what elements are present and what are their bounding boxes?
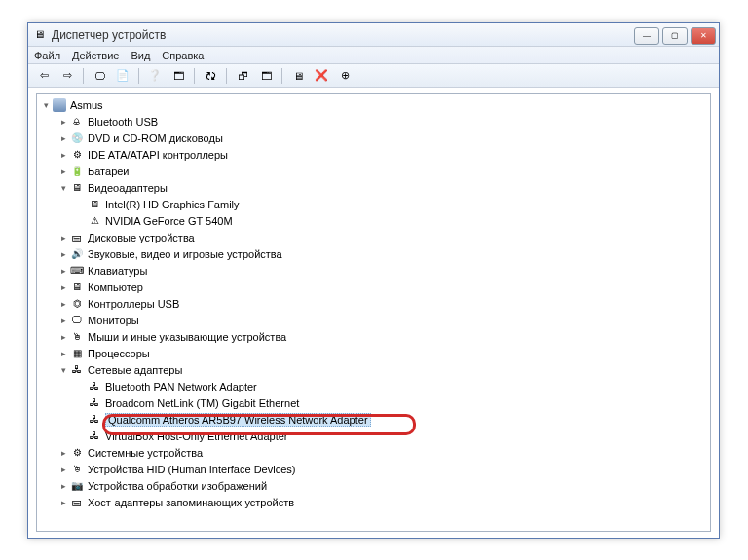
tree-category[interactable]: ▸🔊Звуковые, видео и игровые устройства	[37, 245, 710, 262]
expand-arrow-icon[interactable]: ▸	[58, 465, 68, 474]
window-controls: — ▢ ✕	[634, 25, 719, 45]
tree-device[interactable]: 🖥Intel(R) HD Graphics Family	[37, 196, 710, 212]
tree-category[interactable]: ▸⏣Контроллеры USB	[37, 295, 710, 312]
toolbar-separator	[83, 68, 84, 84]
tree-category[interactable]: ▾🖧Сетевые адаптеры	[37, 361, 710, 378]
hdd-icon: 🖴	[70, 231, 84, 244]
toolbar-button[interactable]: ❌	[312, 67, 331, 85]
collapse-arrow-icon[interactable]: ▾	[58, 365, 68, 375]
tree-device[interactable]: 🖧Qualcomm Atheros AR5B97 Wireless Networ…	[37, 411, 710, 428]
tree-category[interactable]: ▸💿DVD и CD-ROM дисководы	[37, 130, 710, 146]
tree-category[interactable]: ▸🖵Мониторы	[37, 312, 710, 328]
tree-root[interactable]: ▾Asmus	[37, 96, 710, 113]
mon-icon: 🖵	[70, 314, 84, 327]
sys-icon: ⚙	[70, 446, 84, 460]
collapse-arrow-icon[interactable]: ▾	[58, 183, 68, 193]
tree-category[interactable]: ▸🖴Дисковые устройства	[37, 229, 710, 245]
toolbar-button[interactable]: ⊕	[335, 67, 355, 85]
toolbar-button[interactable]: 🖥	[288, 67, 308, 85]
tree-node-label: Видеоадаптеры	[88, 182, 168, 194]
tree-category[interactable]: ▸🖱Мыши и иные указывающие устройства	[37, 328, 710, 345]
tree-node-label: VirtualBox Host-Only Ethernet Adapter	[105, 430, 288, 442]
tree-category[interactable]: ▸🔋Батареи	[37, 163, 710, 179]
computer-icon	[53, 98, 66, 112]
tree-node-label: Сетевые адаптеры	[88, 364, 182, 376]
toolbar-button[interactable]: ⇦	[34, 67, 54, 85]
net-icon: 🖧	[70, 363, 84, 377]
menu-file[interactable]: Файл	[34, 50, 60, 61]
tree-category[interactable]: ▾🖥Видеоадаптеры	[37, 179, 710, 196]
collapse-arrow-icon[interactable]: ▾	[41, 100, 51, 110]
net-icon: 🖧	[88, 429, 101, 443]
expand-arrow-icon[interactable]: ▸	[58, 316, 68, 325]
tree-node-label: Клавиатуры	[88, 265, 147, 277]
toolbar-button[interactable]: 🖵	[90, 67, 109, 85]
window-title: Диспетчер устройств	[52, 28, 634, 42]
tree-category[interactable]: ▸▦Процессоры	[37, 345, 710, 361]
expand-arrow-icon[interactable]: ▸	[58, 282, 68, 292]
tree-device[interactable]: 🖧Bluetooth PAN Network Adapter	[37, 378, 710, 394]
hid-icon: 🖰	[70, 463, 84, 476]
toolbar-button[interactable]: 🗗	[233, 67, 252, 85]
tree-category[interactable]: ▸🖴Хост-адаптеры запоминающих устройств	[37, 494, 710, 510]
expand-arrow-icon[interactable]: ▸	[58, 167, 68, 176]
toolbar-button[interactable]: 🗔	[168, 67, 188, 85]
tree-device[interactable]: ⚠NVIDIA GeForce GT 540M	[37, 212, 710, 229]
toolbar-button[interactable]: 🗔	[256, 67, 276, 85]
app-icon: 🖥	[34, 28, 48, 42]
expand-arrow-icon[interactable]: ▸	[58, 332, 68, 342]
tree-category[interactable]: ▸⌨Клавиатуры	[37, 262, 710, 279]
tree-device[interactable]: 🖧Broadcom NetLink (TM) Gigabit Ethernet	[37, 394, 710, 411]
device-tree[interactable]: ▾Asmus▸🕭Bluetooth USB▸💿DVD и CD-ROM диск…	[36, 93, 711, 532]
expand-arrow-icon[interactable]: ▸	[58, 299, 68, 309]
tree-node-label: Qualcomm Atheros AR5B97 Wireless Network…	[105, 413, 371, 427]
tree-category[interactable]: ▸📷Устройства обработки изображений	[37, 477, 710, 494]
toolbar-button[interactable]: ⇨	[57, 67, 77, 85]
close-button[interactable]: ✕	[691, 27, 716, 45]
titlebar[interactable]: 🖥 Диспетчер устройств — ▢ ✕	[28, 23, 719, 47]
tree-node-label: Мыши и иные указывающие устройства	[88, 331, 286, 343]
expand-arrow-icon[interactable]: ▸	[58, 117, 68, 127]
menu-view[interactable]: Вид	[131, 50, 150, 61]
tree-category[interactable]: ▸🖥Компьютер	[37, 279, 710, 295]
tree-category[interactable]: ▸⚙IDE ATA/ATAPI контроллеры	[37, 146, 710, 163]
tree-node-label: Процессоры	[88, 348, 150, 359]
maximize-button[interactable]: ▢	[662, 27, 688, 45]
expand-arrow-icon[interactable]: ▸	[58, 481, 68, 491]
vid-icon: 🖥	[70, 181, 84, 195]
tree-category[interactable]: ▸🖰Устройства HID (Human Interface Device…	[37, 461, 710, 477]
menu-help[interactable]: Справка	[162, 50, 204, 61]
tree-node-label: Устройства обработки изображений	[88, 480, 267, 492]
toolbar-button[interactable]: ❔	[145, 67, 165, 85]
toolbar: ⇦⇨🖵📄❔🗔🗘🗗🗔🖥❌⊕	[28, 64, 719, 88]
tree-node-label: Системные устройства	[88, 447, 203, 459]
expand-arrow-icon[interactable]: ▸	[58, 349, 68, 358]
tree-node-label: Bluetooth USB	[88, 116, 158, 128]
device-manager-window: 🖥 Диспетчер устройств — ▢ ✕ Файл Действи…	[27, 22, 720, 539]
tree-node-label: Asmus	[70, 99, 103, 111]
minimize-button[interactable]: —	[634, 27, 659, 45]
toolbar-button[interactable]: 📄	[113, 67, 132, 85]
expand-arrow-icon[interactable]: ▸	[58, 233, 68, 243]
tree-category[interactable]: ▸🕭Bluetooth USB	[37, 113, 710, 130]
ms-icon: 🖱	[70, 330, 84, 344]
tree-node-label: Компьютер	[88, 281, 143, 293]
toolbar-separator	[138, 68, 139, 84]
snd-icon: 🔊	[70, 247, 84, 261]
expand-arrow-icon[interactable]: ▸	[58, 448, 68, 458]
tree-category[interactable]: ▸⚙Системные устройства	[37, 444, 710, 461]
toolbar-button[interactable]: 🗘	[201, 67, 220, 85]
expand-arrow-icon[interactable]: ▸	[58, 498, 68, 507]
stor-icon: 🖴	[70, 496, 84, 509]
expand-arrow-icon[interactable]: ▸	[58, 133, 68, 143]
vid-icon: 🖥	[88, 198, 101, 211]
expand-arrow-icon[interactable]: ▸	[58, 266, 68, 276]
tree-node-label: Мониторы	[88, 315, 139, 326]
tree-device[interactable]: 🖧VirtualBox Host-Only Ethernet Adapter	[37, 428, 710, 444]
expand-arrow-icon[interactable]: ▸	[58, 150, 68, 160]
menu-action[interactable]: Действие	[72, 50, 119, 61]
toolbar-separator	[281, 68, 282, 84]
bat-icon: 🔋	[70, 165, 84, 178]
expand-arrow-icon[interactable]: ▸	[58, 249, 68, 259]
toolbar-separator	[194, 68, 195, 84]
